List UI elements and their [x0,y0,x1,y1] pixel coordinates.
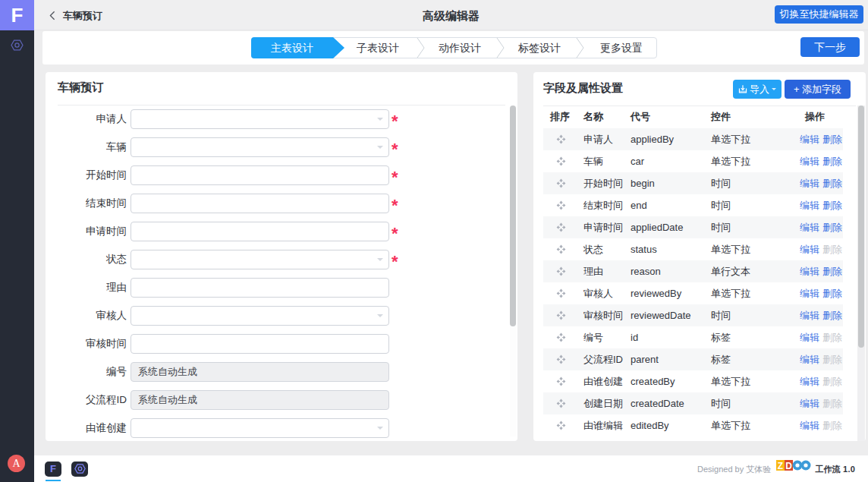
svg-text:D: D [785,461,792,471]
svg-text:™: ™ [810,459,811,463]
svg-text:Z: Z [778,461,783,471]
